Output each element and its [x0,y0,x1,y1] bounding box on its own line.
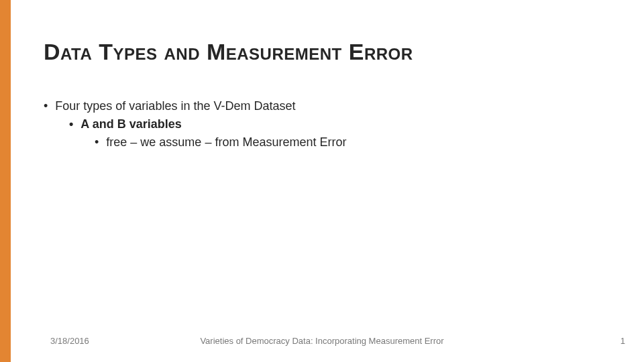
slide: Data Types and Measurement Error Four ty… [0,0,644,362]
bullet-level-1: Four types of variables in the V-Dem Dat… [44,97,346,115]
footer-page-number: 1 [621,336,625,346]
bullet-level-2: A and B variables [69,115,346,133]
slide-title: Data Types and Measurement Error [44,39,413,65]
accent-bar [0,0,11,362]
footer-title: Varieties of Democracy Data: Incorporati… [0,336,644,346]
bullet-level-3: free – we assume – from Measurement Erro… [95,133,346,152]
slide-content: Four types of variables in the V-Dem Dat… [44,97,346,152]
